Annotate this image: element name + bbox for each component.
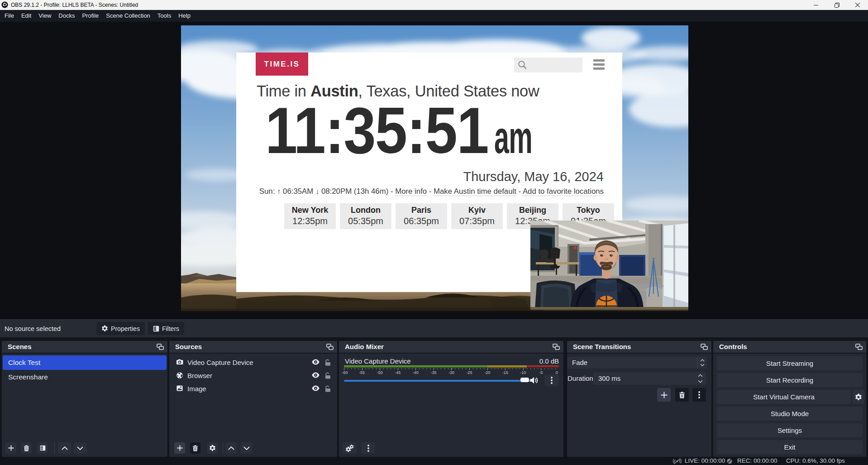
popout-icon[interactable]	[157, 344, 164, 350]
speaker-icon[interactable]	[530, 377, 539, 384]
scenes-dock-header[interactable]: Scenes	[2, 341, 167, 354]
unlock-icon[interactable]	[325, 359, 331, 366]
add-source-button[interactable]	[174, 442, 185, 454]
source-item-video-capture[interactable]: Video Capture Device	[169, 356, 337, 369]
menu-docks[interactable]: Docks	[55, 10, 78, 22]
controls-dock-header[interactable]: Controls	[713, 341, 866, 354]
advanced-audio-button[interactable]	[343, 442, 357, 454]
menu-tools[interactable]: Tools	[154, 10, 175, 22]
remove-transition-button[interactable]	[675, 388, 689, 402]
exit-button[interactable]: Exit	[717, 440, 863, 454]
menu-edit[interactable]: Edit	[18, 10, 35, 22]
source-move-down-button[interactable]	[241, 442, 252, 454]
virtual-camera-settings-button[interactable]	[853, 390, 864, 404]
transitions-dock-header[interactable]: Scene Transitions	[567, 341, 711, 354]
spin-down-icon[interactable]	[698, 380, 703, 383]
transition-select[interactable]: Fade	[568, 357, 707, 369]
make-default-link[interactable]: Make Austin time default	[434, 187, 516, 196]
scene-move-down-button[interactable]	[73, 442, 87, 454]
audio-mixer-dock-header[interactable]: Audio Mixer	[339, 341, 563, 354]
webcam-overlay[interactable]	[530, 221, 688, 310]
obs-logo-icon	[1, 1, 8, 8]
mixer-menu-button[interactable]	[361, 442, 375, 454]
trash-icon	[24, 445, 29, 451]
source-item-browser[interactable]: Browser	[169, 369, 337, 382]
popout-icon[interactable]	[855, 344, 863, 350]
studio-mode-button[interactable]: Studio Mode	[717, 407, 863, 421]
transition-menu-button[interactable]	[692, 388, 706, 402]
restore-icon	[835, 3, 839, 8]
city-card[interactable]: Kyiv07:35pm	[451, 203, 503, 229]
menu-scene-collection[interactable]: Scene Collection	[102, 10, 154, 22]
source-properties-button[interactable]	[207, 442, 218, 454]
visibility-eye-icon[interactable]	[312, 385, 320, 391]
duration-input[interactable]: 300 ms	[593, 372, 706, 385]
window-title: OBS 29.1.2 - Profile: LLHLS BETA - Scene…	[11, 0, 138, 10]
remove-scene-button[interactable]	[21, 442, 32, 454]
scene-item-clock-test[interactable]: Clock Test	[3, 355, 167, 370]
minimize-button[interactable]	[806, 0, 826, 10]
spin-up-icon[interactable]	[698, 374, 703, 377]
title-bar: OBS 29.1.2 - Profile: LLHLS BETA - Scene…	[0, 0, 868, 10]
scene-move-up-button[interactable]	[58, 442, 71, 454]
popout-icon[interactable]	[701, 344, 708, 350]
popout-icon[interactable]	[553, 344, 560, 350]
properties-button[interactable]: Properties	[96, 322, 145, 335]
plus-icon	[177, 445, 183, 451]
transition-value: Fade	[572, 357, 587, 369]
kebab-menu-icon	[367, 445, 369, 452]
filter-icon	[40, 445, 46, 451]
sources-dock-header[interactable]: Sources	[169, 341, 337, 354]
menu-profile[interactable]: Profile	[78, 10, 102, 22]
chevron-up-icon	[700, 359, 705, 362]
add-transition-button[interactable]	[657, 388, 671, 402]
audio-mixer-dock: Audio Mixer Video Capture Device 0.0 dB …	[339, 341, 563, 457]
controls-dock: Controls Start Streaming Start Recording…	[713, 341, 866, 457]
scene-transitions-dock: Scene Transitions Fade Duration 300 ms	[567, 341, 711, 457]
chevron-down-icon	[77, 446, 83, 450]
settings-label: Settings	[777, 427, 802, 434]
settings-button[interactable]: Settings	[717, 423, 863, 437]
remove-source-button[interactable]	[190, 442, 200, 454]
controls-dock-title: Controls	[719, 341, 747, 353]
video-canvas[interactable]: TIME.IS Time in Austin, Texas, United St…	[181, 25, 688, 311]
start-recording-button[interactable]: Start Recording	[717, 373, 863, 387]
menu-view[interactable]: View	[35, 10, 55, 22]
volume-slider[interactable]	[344, 379, 530, 383]
filters-label: Filters	[162, 325, 179, 332]
scene-item-screenshare[interactable]: Screenshare	[3, 370, 167, 384]
studio-mode-label: Studio Mode	[771, 410, 809, 417]
slider-handle[interactable]	[520, 378, 529, 382]
timeis-logo[interactable]: TIME.IS	[256, 53, 308, 76]
more-info-link[interactable]: More info	[395, 187, 427, 196]
unlock-icon[interactable]	[325, 385, 331, 392]
scene-filters-button[interactable]	[37, 442, 48, 454]
start-streaming-button[interactable]: Start Streaming	[717, 356, 863, 370]
camera-icon	[176, 359, 183, 365]
city-card[interactable]: New York12:35pm	[284, 203, 336, 229]
menu-file[interactable]: File	[1, 10, 18, 22]
start-recording-label: Start Recording	[766, 376, 813, 384]
hamburger-icon[interactable]	[593, 59, 605, 70]
maximize-button[interactable]	[826, 0, 847, 10]
source-item-image[interactable]: Image	[169, 382, 337, 395]
visibility-eye-icon[interactable]	[312, 359, 320, 365]
close-button[interactable]	[847, 0, 868, 10]
preview-area[interactable]: TIME.IS Time in Austin, Texas, United St…	[0, 22, 868, 319]
search-input[interactable]	[514, 58, 582, 72]
visibility-eye-icon[interactable]	[312, 372, 320, 378]
mixer-channel-menu-button[interactable]	[544, 374, 559, 386]
popout-icon[interactable]	[326, 344, 334, 350]
start-virtual-camera-button[interactable]: Start Virtual Camera	[717, 390, 851, 404]
city-card[interactable]: Paris06:35pm	[396, 203, 447, 229]
source-label: Browser	[187, 369, 212, 382]
unlock-icon[interactable]	[325, 372, 331, 379]
select-spinner[interactable]	[697, 357, 707, 369]
source-move-up-button[interactable]	[225, 442, 237, 454]
live-status: LIVE: 00:00:00	[685, 457, 725, 465]
menu-help[interactable]: Help	[175, 10, 194, 22]
filters-button[interactable]: Filters	[148, 322, 184, 335]
city-card[interactable]: London05:35pm	[340, 203, 391, 229]
favorite-link[interactable]: Add to favorite locations	[523, 187, 604, 196]
add-scene-button[interactable]	[5, 442, 16, 454]
